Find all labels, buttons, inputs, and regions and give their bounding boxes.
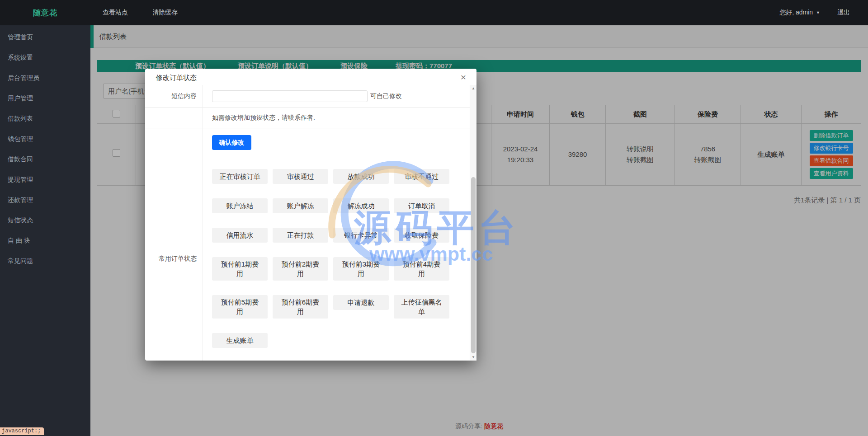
status-button[interactable]: 预付前5期费用 xyxy=(212,295,268,319)
sidebar-item-钱包管理[interactable]: 钱包管理 xyxy=(0,129,90,149)
status-button[interactable]: 申请退款 xyxy=(333,295,389,310)
close-icon[interactable]: × xyxy=(458,71,469,83)
brand-logo[interactable]: 随意花 xyxy=(0,8,90,18)
sidebar-item-后台管理员[interactable]: 后台管理员 xyxy=(0,68,90,88)
sidebar-nav: 管理首页系统设置后台管理员用户管理借款列表钱包管理借款合同提现管理还款管理短信状… xyxy=(0,25,90,436)
confirm-row: 确认修改 xyxy=(145,128,470,157)
status-button[interactable]: 预付前2期费用 xyxy=(273,257,328,281)
confirm-modify-button[interactable]: 确认修改 xyxy=(212,135,251,150)
modal-title-bar: 修改订单状态 × xyxy=(145,69,476,85)
scrollbar-thumb[interactable] xyxy=(471,177,476,353)
modal-title: 修改订单状态 xyxy=(156,69,197,85)
sms-editable-hint: 可自己修改 xyxy=(370,92,402,100)
status-button[interactable]: 解冻成功 xyxy=(333,198,389,213)
nav-menu-item[interactable]: 清除缓存 xyxy=(140,9,190,17)
common-status-label: 常用订单状态 xyxy=(145,157,203,361)
status-button[interactable]: 预付前3期费用 xyxy=(333,257,389,281)
sms-content-input[interactable] xyxy=(212,90,368,102)
sidebar-item-借款合同[interactable]: 借款合同 xyxy=(0,149,90,169)
sms-content-row: 短信内容 可自己修改 xyxy=(145,85,470,107)
modal-body: 短信内容 可自己修改 如需修改增加预设状态，请联系作者. 确认修改 常用订单状态… xyxy=(145,85,470,361)
sidebar-item-系统设置[interactable]: 系统设置 xyxy=(0,47,90,68)
scroll-down-icon[interactable]: ▼ xyxy=(470,354,476,361)
status-button[interactable]: 正在审核订单 xyxy=(212,169,268,184)
user-greeting[interactable]: 您好, admin xyxy=(779,9,813,17)
status-button[interactable]: 审核通过 xyxy=(273,169,328,184)
status-button[interactable]: 订单取消 xyxy=(394,198,449,213)
link-status-tooltip: javascript:; xyxy=(0,427,44,435)
note-row: 如需修改增加预设状态，请联系作者. xyxy=(145,107,470,128)
common-status-row: 常用订单状态 正在审核订单审核通过放款成功审核不通过账户冻结账户解冻解冻成功订单… xyxy=(145,157,470,361)
status-button[interactable]: 上传征信黑名单 xyxy=(394,295,449,319)
sidebar-item-自 由 块[interactable]: 自 由 块 xyxy=(0,230,90,251)
logout-button[interactable]: 退出 xyxy=(837,9,850,17)
status-buttons-grid: 正在审核订单审核通过放款成功审核不通过账户冻结账户解冻解冻成功订单取消信用流水正… xyxy=(212,169,465,362)
nav-menu-item[interactable]: 查看站点 xyxy=(90,9,140,17)
status-button[interactable]: 银行卡异常 xyxy=(333,228,389,243)
status-button[interactable]: 正在打款 xyxy=(273,228,328,243)
sidebar-item-用户管理[interactable]: 用户管理 xyxy=(0,88,90,108)
status-button[interactable]: 收取保险费 xyxy=(394,228,449,243)
navbar-right: 您好, admin ▼ 退出 xyxy=(779,9,868,17)
scroll-up-icon[interactable]: ▲ xyxy=(470,85,476,92)
chevron-down-icon[interactable]: ▼ xyxy=(816,10,820,15)
status-button[interactable]: 放款成功 xyxy=(333,169,389,184)
navbar-menu: 查看站点清除缓存 xyxy=(90,9,190,17)
contact-author-note: 如需修改增加预设状态，请联系作者. xyxy=(212,114,315,122)
status-button[interactable]: 账户冻结 xyxy=(212,198,268,213)
status-button[interactable]: 预付前1期费用 xyxy=(212,257,268,281)
status-button[interactable]: 账户解冻 xyxy=(273,198,328,213)
sms-content-label: 短信内容 xyxy=(145,85,203,107)
sidebar-item-常见问题[interactable]: 常见问题 xyxy=(0,251,90,271)
sidebar-item-还款管理[interactable]: 还款管理 xyxy=(0,190,90,210)
edit-order-status-modal: 修改订单状态 × 短信内容 可自己修改 如需修改增加预设状态，请联系作者. 确认… xyxy=(145,69,476,361)
sidebar-item-提现管理[interactable]: 提现管理 xyxy=(0,169,90,190)
status-button[interactable]: 预付前4期费用 xyxy=(394,257,449,281)
sidebar-item-管理首页[interactable]: 管理首页 xyxy=(0,27,90,47)
modal-scrollbar[interactable]: ▲ ▼ xyxy=(470,85,476,361)
status-button[interactable]: 信用流水 xyxy=(212,228,268,243)
sidebar-item-短信状态[interactable]: 短信状态 xyxy=(0,210,90,230)
status-button[interactable]: 审核不通过 xyxy=(394,169,449,184)
sidebar-item-借款列表[interactable]: 借款列表 xyxy=(0,108,90,129)
top-navbar: 随意花 查看站点清除缓存 您好, admin ▼ 退出 xyxy=(0,0,868,25)
status-button[interactable]: 预付前6期费用 xyxy=(273,295,328,319)
status-button[interactable]: 生成账单 xyxy=(212,333,268,348)
